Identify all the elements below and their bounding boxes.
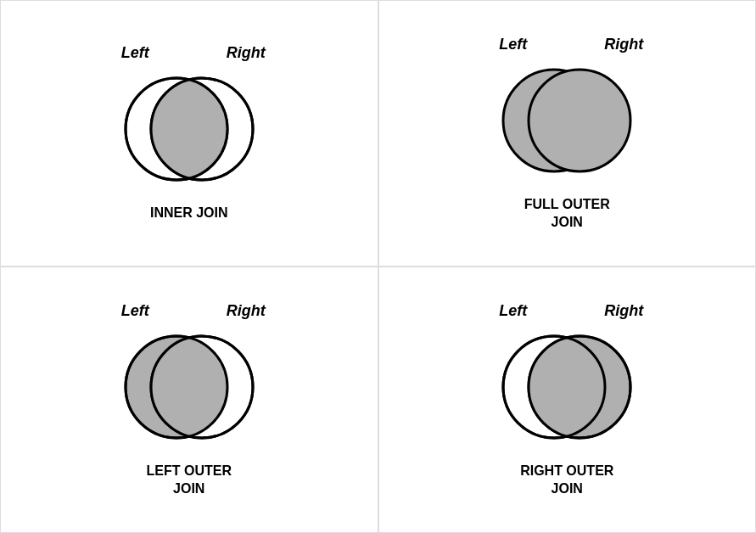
- inner-join-title: INNER JOIN: [150, 205, 228, 222]
- right-outer-join-right-label: Right: [604, 302, 643, 320]
- inner-join-right-label: Right: [227, 44, 266, 62]
- full-outer-join-title: FULL OUTERJOIN: [524, 196, 610, 232]
- full-outer-join-right-label: Right: [604, 36, 643, 53]
- cell-right-outer-join: Left Right RIGHT OUTERJOIN: [378, 266, 757, 533]
- inner-join-left-label: Left: [121, 44, 149, 62]
- inner-join-labels: Left Right: [104, 44, 274, 62]
- full-outer-join-diagram: [482, 57, 652, 184]
- left-outer-join-labels: Left Right: [104, 302, 274, 320]
- svg-point-9: [529, 70, 630, 171]
- left-outer-join-right-label: Right: [227, 302, 266, 320]
- left-outer-join-title: LEFT OUTERJOIN: [147, 463, 232, 498]
- right-outer-join-diagram: [482, 323, 652, 451]
- cell-left-outer-join: Left Right LEFT OUTERJOIN: [0, 266, 378, 533]
- left-outer-join-diagram: [104, 323, 274, 451]
- full-outer-join-left-label: Left: [499, 36, 527, 53]
- right-outer-join-left-label: Left: [499, 302, 527, 320]
- cell-full-outer-join: Left Right FULL OUTERJOIN: [378, 0, 757, 266]
- joins-grid: Left Right: [0, 0, 756, 533]
- right-outer-join-labels: Left Right: [482, 302, 652, 320]
- right-outer-join-title: RIGHT OUTERJOIN: [520, 463, 613, 498]
- cell-inner-join: Left Right: [0, 0, 378, 266]
- inner-join-diagram: [104, 65, 274, 193]
- left-outer-join-left-label: Left: [121, 302, 149, 320]
- full-outer-join-labels: Left Right: [482, 36, 652, 53]
